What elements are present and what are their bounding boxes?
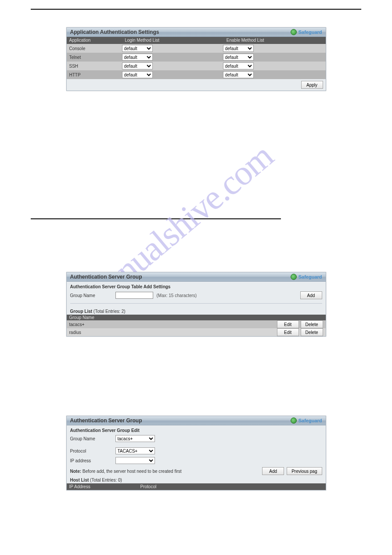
group-list-label: Group List (Total Entries: 2) bbox=[67, 306, 326, 315]
subsection-title: Authentication Server Group Edit bbox=[67, 425, 326, 434]
group-row: radius Edit Delete bbox=[67, 328, 326, 336]
group-list-header: Group Name bbox=[67, 315, 326, 320]
separator bbox=[70, 303, 322, 304]
col-header-enable: Enable Method List bbox=[224, 37, 326, 44]
host-list-title: Host List bbox=[70, 478, 89, 482]
cell-app: HTTP bbox=[67, 73, 122, 77]
cell-app: SSH bbox=[67, 64, 122, 69]
form-row-ip: IP address bbox=[67, 456, 326, 465]
previous-page-button[interactable]: Previous pag bbox=[287, 467, 322, 475]
table-row: Telnet default default bbox=[67, 53, 326, 62]
panel-app-auth: Application Authentication Settings Safe… bbox=[66, 27, 326, 91]
edit-button[interactable]: Edit bbox=[277, 320, 299, 328]
panel-auth-server-group-edit: Authentication Server Group Safeguard Au… bbox=[66, 416, 326, 490]
safeguard-label: Safeguard bbox=[298, 272, 322, 281]
cell-app: Console bbox=[67, 46, 122, 51]
label-protocol: Protocol bbox=[70, 449, 112, 453]
button-row: Apply bbox=[67, 79, 326, 91]
table-row: SSH default default bbox=[67, 62, 326, 70]
hint-max-chars: (Max: 15 characters) bbox=[157, 293, 197, 298]
add-button[interactable]: Add bbox=[262, 467, 284, 475]
safeguard-badge: Safeguard bbox=[291, 272, 322, 281]
host-list-header: IP Address Protocol bbox=[67, 483, 326, 490]
enable-method-select[interactable]: default bbox=[223, 45, 254, 52]
panel-header: Authentication Server Group Safeguard bbox=[67, 416, 326, 425]
group-list-count: (Total Entries: 2) bbox=[94, 309, 126, 314]
login-method-select[interactable]: default bbox=[122, 71, 153, 78]
safeguard-badge: Safeguard bbox=[291, 416, 322, 425]
subsection-title: Authentication Server Group Table Add Se… bbox=[67, 282, 326, 290]
group-name-cell: radius bbox=[67, 330, 277, 335]
delete-button[interactable]: Delete bbox=[301, 320, 323, 328]
note-label: Note: bbox=[70, 469, 82, 474]
enable-method-select[interactable]: default bbox=[223, 54, 254, 61]
edit-button[interactable]: Edit bbox=[277, 328, 299, 336]
delete-button[interactable]: Delete bbox=[301, 328, 323, 336]
label-ip-address: IP address bbox=[70, 458, 112, 463]
apply-button[interactable]: Apply bbox=[301, 81, 323, 89]
form-row-group-name: Group Name tacacs+ bbox=[67, 434, 326, 443]
form-row-protocol: Protocol TACACS+ bbox=[67, 446, 326, 456]
login-method-select[interactable]: default bbox=[122, 45, 153, 52]
col-header-protocol: Protocol bbox=[138, 483, 187, 490]
note-text: Before add, the server host need to be c… bbox=[83, 469, 182, 474]
table-header: Application Login Method List Enable Met… bbox=[67, 37, 326, 44]
safeguard-label: Safeguard bbox=[298, 416, 322, 425]
panel-auth-server-group: Authentication Server Group Safeguard Au… bbox=[66, 272, 326, 337]
group-name-cell: tacacs+ bbox=[67, 322, 277, 327]
group-list-title: Group List bbox=[70, 309, 93, 314]
cell-app: Telnet bbox=[67, 55, 122, 60]
group-name-select[interactable]: tacacs+ bbox=[115, 435, 155, 442]
col-header-login: Login Method List bbox=[122, 37, 224, 44]
mid-rule bbox=[31, 218, 281, 219]
safeguard-badge: Safeguard bbox=[291, 28, 322, 36]
col-header-application: Application bbox=[67, 37, 122, 44]
enable-method-select[interactable]: default bbox=[223, 71, 254, 78]
label-group-name: Group Name bbox=[70, 293, 112, 298]
panel-title: Authentication Server Group bbox=[70, 272, 142, 281]
host-list-label: Host List (Total Entries: 0) bbox=[67, 477, 326, 483]
protocol-select[interactable]: TACACS+ bbox=[115, 447, 155, 454]
panel-header: Application Authentication Settings Safe… bbox=[67, 28, 326, 37]
login-method-select[interactable]: default bbox=[122, 54, 153, 61]
safeguard-icon bbox=[291, 274, 297, 280]
safeguard-label: Safeguard bbox=[298, 28, 322, 36]
table-row: Console default default bbox=[67, 44, 326, 53]
host-list-count: (Total Entries: 0) bbox=[90, 478, 122, 482]
ip-address-select[interactable] bbox=[115, 457, 155, 464]
add-button[interactable]: Add bbox=[300, 291, 322, 299]
enable-method-select[interactable]: default bbox=[223, 62, 254, 69]
safeguard-icon bbox=[291, 417, 297, 424]
label-group-name: Group Name bbox=[70, 436, 112, 441]
note-row: Note: Before add, the server host need t… bbox=[67, 465, 326, 477]
table-row: HTTP default default bbox=[67, 70, 326, 79]
panel-title: Authentication Server Group bbox=[70, 416, 142, 425]
panel-title: Application Authentication Settings bbox=[70, 28, 159, 36]
form-row-group-name: Group Name (Max: 15 characters) Add bbox=[67, 290, 326, 301]
safeguard-icon bbox=[291, 29, 297, 35]
top-rule bbox=[31, 9, 361, 10]
group-row: tacacs+ Edit Delete bbox=[67, 320, 326, 328]
col-header-ip: IP Address bbox=[67, 483, 138, 490]
panel-header: Authentication Server Group Safeguard bbox=[67, 272, 326, 282]
login-method-select[interactable]: default bbox=[122, 62, 153, 69]
group-name-input[interactable] bbox=[115, 292, 153, 299]
